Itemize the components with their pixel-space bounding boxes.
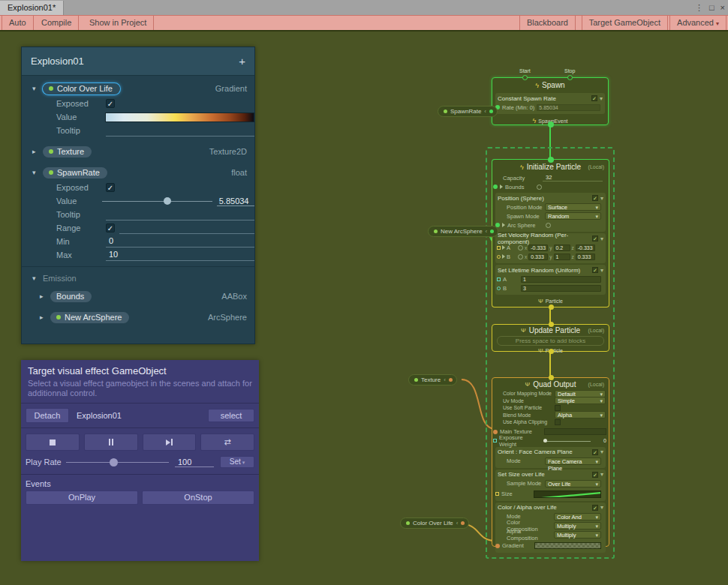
tab-explosion01[interactable]: Explosion01* xyxy=(0,1,64,15)
add-blocks-placeholder[interactable]: Press space to add blocks xyxy=(497,336,604,346)
alpha-composition-dropdown[interactable]: Multiply▾ xyxy=(554,531,601,538)
collapse-icon[interactable]: ‹ xyxy=(486,228,488,235)
pause-button[interactable] xyxy=(84,434,138,451)
block-enabled-checkbox[interactable]: ✓ xyxy=(591,95,597,101)
clock-icon[interactable] xyxy=(518,254,523,260)
b-x-field[interactable]: 0.333 xyxy=(528,254,548,260)
vector-port-icon[interactable] xyxy=(497,246,501,250)
initialize-particle-node[interactable]: ϟ Initialize Particle (Local) Capacity 3… xyxy=(492,159,609,308)
lifetime-b-field[interactable]: 3 xyxy=(521,285,601,292)
collapse-icon[interactable]: ▾ xyxy=(600,95,603,102)
constant-spawn-rate-block[interactable]: Constant Spawn Rate ✓ ▾ Rate (Min: 0) 5.… xyxy=(495,93,605,114)
step-button[interactable] xyxy=(143,434,197,451)
orient-mode-dropdown[interactable]: Face Camera Plane▾ xyxy=(545,458,601,465)
float-port-icon[interactable] xyxy=(497,286,501,290)
onstop-button[interactable]: OnStop xyxy=(142,490,254,505)
b-z-field[interactable]: 0.333 xyxy=(576,254,595,260)
add-parameter-button[interactable]: + xyxy=(239,55,245,68)
spawn-context-node[interactable]: Start Stop ϟ Spawn Constant Spawn Rate ✓… xyxy=(492,77,609,125)
block-enabled-checkbox[interactable]: ✓ xyxy=(592,267,598,273)
float-port-icon[interactable] xyxy=(493,439,497,442)
category-label[interactable]: Emission xyxy=(43,274,77,283)
color-composition-dropdown[interactable]: Multiply▾ xyxy=(554,522,601,530)
min-field[interactable]: 0 xyxy=(106,236,254,248)
close-icon[interactable]: × xyxy=(720,3,725,12)
play-rate-slider[interactable] xyxy=(66,458,169,466)
slider-thumb[interactable] xyxy=(164,197,171,205)
color-over-life-parameter-node[interactable]: Color Over Life ‹ xyxy=(400,518,469,529)
block-enabled-checkbox[interactable]: ✓ xyxy=(592,505,598,511)
alpha-clipping-checkbox[interactable] xyxy=(555,419,561,425)
set-velocity-random-block[interactable]: Set Velocity Random (Per-component) ✓ ▾ … xyxy=(495,233,606,263)
block-enabled-checkbox[interactable]: ✓ xyxy=(592,472,598,478)
output-port[interactable] xyxy=(461,521,465,525)
chevron-right-icon[interactable]: ▸ xyxy=(32,148,43,155)
exposure-weight-value[interactable]: 0 xyxy=(603,438,606,443)
param-pill-color-over-life[interactable]: Color Over Life xyxy=(43,83,120,94)
show-in-project-button[interactable]: Show in Project xyxy=(83,16,154,30)
compile-button[interactable]: Compile xyxy=(35,16,79,30)
particle-output-port[interactable] xyxy=(549,349,554,354)
sample-mode-dropdown[interactable]: Over Life▾ xyxy=(545,480,601,488)
collapse-icon[interactable]: ‹ xyxy=(484,108,486,115)
detach-button[interactable]: Detach xyxy=(26,408,69,423)
gradient-field[interactable] xyxy=(534,542,601,549)
info-circle-icon[interactable] xyxy=(537,184,542,190)
b-y-field[interactable]: 1 xyxy=(554,254,570,260)
output-port[interactable] xyxy=(489,110,493,113)
auto-button[interactable]: Auto xyxy=(2,16,34,30)
main-texture-input-port[interactable] xyxy=(493,430,498,434)
exposed-checkbox[interactable]: ✓ xyxy=(106,183,115,192)
maximize-icon[interactable]: □ xyxy=(709,3,714,12)
collapse-icon[interactable]: ▾ xyxy=(600,448,603,455)
play-rate-value-field[interactable]: 100 xyxy=(175,458,214,467)
output-port[interactable] xyxy=(490,230,494,233)
spawnrate-parameter-node[interactable]: SpawnRate ‹ xyxy=(438,106,498,117)
tooltip-field[interactable] xyxy=(106,124,254,136)
texture-parameter-node[interactable]: Texture ‹ xyxy=(408,374,457,386)
clock-icon[interactable] xyxy=(518,245,523,250)
set-rate-dropdown-button[interactable]: Set▾ xyxy=(220,456,254,468)
collapse-icon[interactable]: ▾ xyxy=(600,504,603,511)
a-z-field[interactable]: -0.333 xyxy=(576,244,595,251)
color-mapping-dropdown[interactable]: Default▾ xyxy=(555,390,606,398)
expand-arrow-icon[interactable] xyxy=(502,223,505,227)
collapse-icon[interactable]: ▾ xyxy=(600,471,603,478)
bounds-input-port[interactable] xyxy=(493,184,498,189)
stop-button[interactable] xyxy=(26,434,80,451)
soft-particle-checkbox[interactable] xyxy=(555,405,561,411)
tooltip-field[interactable] xyxy=(106,208,254,220)
uv-mode-dropdown[interactable]: Simple▾ xyxy=(555,397,606,404)
value-slider[interactable] xyxy=(102,196,212,206)
collapse-icon[interactable]: ‹ xyxy=(444,376,446,383)
param-pill-spawnrate[interactable]: SpawnRate xyxy=(43,167,107,178)
range-checkbox[interactable]: ✓ xyxy=(106,224,115,232)
param-pill-new-arcsphere[interactable]: New ArcSphere xyxy=(50,312,129,323)
node-header[interactable]: Ψ Update Particle (Local) xyxy=(492,325,609,335)
size-input-port[interactable] xyxy=(495,492,499,496)
node-header[interactable]: ϟ Initialize Particle (Local) xyxy=(492,160,609,173)
vector-port-icon[interactable] xyxy=(497,255,501,259)
chevron-right-icon[interactable]: ▸ xyxy=(40,292,50,300)
a-x-field[interactable]: -0.333 xyxy=(528,244,548,251)
param-pill-texture[interactable]: Texture xyxy=(43,146,92,158)
color-mode-dropdown[interactable]: Color And Alpha▾ xyxy=(554,513,601,520)
chevron-down-icon[interactable]: ▾ xyxy=(32,169,43,176)
blackboard-toggle-button[interactable]: Blackboard xyxy=(519,16,576,30)
position-mode-dropdown[interactable]: Surface▾ xyxy=(545,203,601,211)
collapse-icon[interactable]: ▾ xyxy=(600,195,603,202)
max-field[interactable]: 10 xyxy=(106,249,254,261)
expand-arrow-icon[interactable] xyxy=(500,184,503,189)
float-port-icon[interactable] xyxy=(497,278,501,281)
kebab-menu-icon[interactable]: ⋮ xyxy=(695,3,703,13)
collapse-icon[interactable]: ‹ xyxy=(456,520,459,526)
orient-block[interactable]: Orient : Face Camera Plane ✓ ▾ Mode Face… xyxy=(495,447,606,468)
slider-thumb[interactable] xyxy=(543,439,547,442)
collapse-icon[interactable]: ▾ xyxy=(600,236,603,242)
collapse-icon[interactable]: ▾ xyxy=(600,267,603,274)
color-alpha-over-life-block[interactable]: Color / Alpha over Life ✓ ▾ Mode Color A… xyxy=(495,502,606,553)
chevron-right-icon[interactable]: ▸ xyxy=(40,314,50,321)
main-texture-field[interactable] xyxy=(544,428,606,435)
value-number-field[interactable]: 5.85034 xyxy=(217,196,254,206)
info-circle-icon[interactable] xyxy=(546,223,551,228)
